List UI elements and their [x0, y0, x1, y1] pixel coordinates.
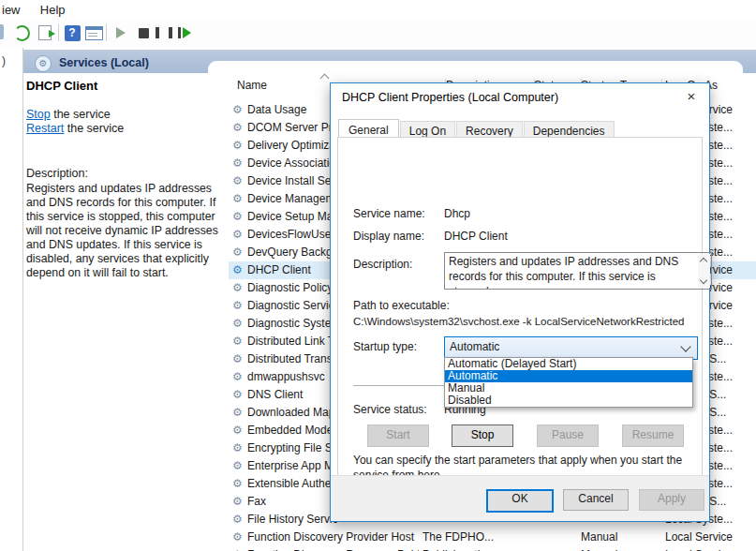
service-gear-icon: ⚙ — [232, 121, 245, 134]
close-icon[interactable]: × — [677, 85, 705, 108]
service-gear-icon: ⚙ — [232, 281, 245, 294]
startup-type-label: Startup type: — [353, 340, 417, 353]
service-gear-icon: ⚙ — [232, 335, 245, 348]
help-button[interactable]: ? — [62, 22, 82, 43]
service-gear-icon: ⚙ — [232, 228, 245, 241]
pause-service-button[interactable] — [154, 22, 174, 43]
service-gear-icon: ⚙ — [232, 477, 245, 490]
chevron-down-icon — [680, 341, 690, 351]
service-gear-icon: ⚙ — [232, 513, 245, 526]
services-local-title: Services (Local) — [59, 56, 149, 69]
stop-link-suffix: the service — [51, 108, 111, 121]
service-logon-as: Local Service — [665, 530, 754, 544]
service-status-label: Service status: — [353, 403, 427, 416]
description-field-text: Registers and updates IP addresses and D… — [449, 255, 678, 290]
toolbar-separator — [58, 24, 59, 41]
service-name: Function Discovery Provider Host — [247, 530, 419, 544]
console-tree-pane[interactable]: ) — [0, 48, 23, 551]
pause-icon — [156, 27, 172, 38]
service-startup-type: Manual — [581, 530, 660, 544]
service-gear-icon: ⚙ — [232, 139, 245, 152]
service-gear-icon: ⚙ — [232, 263, 245, 276]
dialog-footer: OK Cancel Apply — [331, 475, 709, 521]
dialog-description-label: Description: — [353, 258, 412, 271]
dialog-tabs: GeneralLog OnRecoveryDependencies — [338, 118, 615, 138]
stop-service-link[interactable]: Stop — [26, 108, 51, 121]
toolbar: ? — [0, 19, 756, 49]
help-icon: ? — [65, 25, 81, 41]
service-description: The FDPHO... — [422, 530, 554, 544]
dropdown-option-manual[interactable]: Manual — [445, 382, 692, 395]
start-service-button[interactable] — [111, 22, 131, 43]
service-name-label: Service name: — [353, 207, 425, 220]
table-row[interactable]: ⚙Function Discovery Resource PublicaPubl… — [229, 546, 756, 551]
service-gear-icon: ⚙ — [232, 192, 245, 205]
service-description-text: Registers and updates IP addresses and D… — [26, 182, 227, 280]
display-name-label: Display name: — [353, 230, 424, 243]
service-gear-icon: ⚙ — [232, 424, 245, 437]
dhcp-properties-dialog: DHCP Client Properties (Local Computer) … — [330, 82, 710, 522]
tree-item-clipped: ) — [0, 48, 22, 67]
startup-type-dropdown: Automatic (Delayed Start) Automatic Manu… — [444, 357, 693, 408]
services-icon: ⚙ — [35, 55, 52, 72]
restart-service-button[interactable] — [174, 22, 195, 43]
restart-link-suffix: the service — [64, 122, 124, 135]
scroll-down-icon[interactable] — [700, 276, 707, 284]
selected-service-title: DHCP Client — [26, 79, 97, 93]
path-value: C:\Windows\system32\svchost.exe -k Local… — [353, 316, 684, 327]
general-tab-page: Service name: Dhcp Display name: DHCP Cl… — [337, 137, 703, 514]
service-gear-icon: ⚙ — [232, 246, 245, 259]
table-row[interactable]: ⚙Function Discovery Provider HostThe FDP… — [229, 529, 756, 546]
restart-service-link[interactable]: Restart — [26, 122, 64, 135]
restart-icon — [178, 27, 191, 38]
service-gear-icon: ⚙ — [232, 406, 245, 419]
content-tab-curve — [208, 61, 743, 76]
description-field[interactable]: Registers and updates IP addresses and D… — [444, 252, 712, 290]
toolbar-separator — [106, 24, 107, 41]
refresh-icon — [14, 25, 30, 41]
dropdown-option-automatic-delayed[interactable]: Automatic (Delayed Start) — [445, 358, 692, 370]
service-gear-icon: ⚙ — [232, 495, 245, 508]
dialog-title: DHCP Client Properties (Local Computer) — [342, 91, 558, 104]
service-gear-icon: ⚙ — [232, 299, 245, 312]
menu-view[interactable]: iew — [0, 0, 28, 17]
service-gear-icon: ⚙ — [232, 352, 245, 365]
apply-button[interactable]: Apply — [639, 489, 704, 511]
ok-button[interactable]: OK — [486, 489, 554, 513]
refresh-button[interactable] — [11, 22, 32, 43]
stop-icon — [139, 28, 149, 38]
service-gear-icon: ⚙ — [232, 317, 245, 330]
dropdown-option-disabled[interactable]: Disabled — [445, 395, 692, 407]
properties-window-icon — [85, 26, 103, 40]
play-icon — [116, 27, 126, 38]
menu-help[interactable]: Help — [31, 0, 73, 17]
service-name-value: Dhcp — [444, 207, 470, 220]
menu-bar: iew Help — [0, 0, 756, 19]
services-header-band: ⚙ Services (Local) — [23, 50, 756, 73]
service-gear-icon: ⚙ — [232, 156, 245, 170]
service-gear-icon: ⚙ — [232, 530, 245, 544]
properties-button[interactable] — [83, 22, 104, 43]
export-list-icon — [38, 25, 52, 40]
service-gear-icon: ⚙ — [232, 103, 245, 116]
stop-service-button[interactable] — [133, 22, 154, 43]
export-list-button[interactable] — [35, 22, 55, 43]
service-gear-icon: ⚙ — [232, 210, 245, 223]
description-scrollbar[interactable] — [698, 254, 710, 288]
service-gear-icon: ⚙ — [232, 370, 245, 383]
scroll-up-icon[interactable] — [700, 258, 707, 265]
resume-button[interactable]: Resume — [622, 424, 684, 447]
start-button[interactable]: Start — [367, 424, 429, 447]
cancel-button[interactable]: Cancel — [563, 489, 629, 511]
service-gear-icon: ⚙ — [232, 388, 245, 401]
service-gear-icon: ⚙ — [232, 459, 245, 472]
pause-button[interactable]: Pause — [537, 424, 599, 447]
service-action-links: Stop the service Restart the service — [26, 108, 124, 136]
stop-button[interactable]: Stop — [452, 424, 513, 447]
service-control-buttons: Start Stop Pause Resume — [338, 424, 702, 445]
startup-type-value: Automatic — [450, 340, 499, 353]
path-label: Path to executable: — [353, 299, 450, 312]
clipped-icon — [0, 24, 4, 39]
service-gear-icon: ⚙ — [232, 174, 245, 187]
dropdown-option-automatic[interactable]: Automatic — [445, 370, 692, 382]
